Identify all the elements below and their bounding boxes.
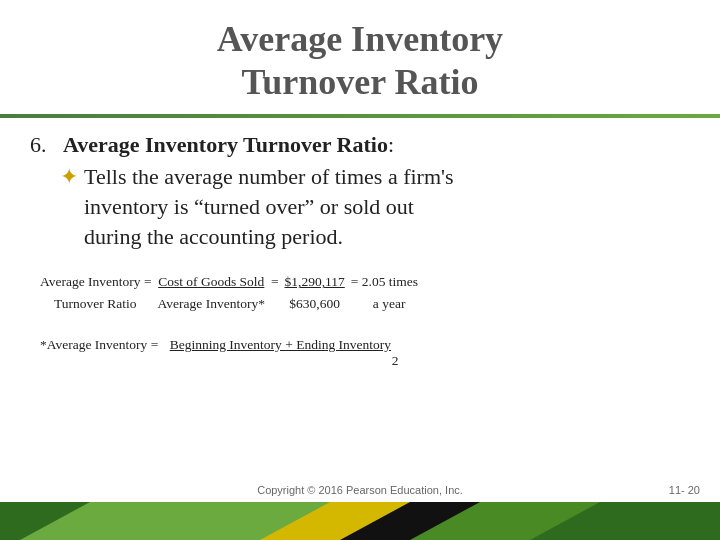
slide-number-text: 11- 20	[669, 484, 700, 496]
bullet-line1: Tells the average number of times a firm…	[84, 164, 454, 189]
formula-value-den: $630,600	[289, 293, 340, 315]
title-line1: Average Inventory	[217, 19, 503, 59]
avg-note-line1: *Average Inventory = Beginning Inventory…	[40, 337, 690, 353]
formula-area: Average Inventory = Turnover Ratio Cost …	[30, 271, 690, 314]
avg-note-denominator: 2	[392, 353, 399, 369]
bullet-line2: inventory is “turned over” or sold out	[84, 194, 414, 219]
bullet-line3: during the accounting period.	[84, 224, 343, 249]
bullet-text: Tells the average number of times a firm…	[84, 162, 454, 251]
formula-value-num: $1,290,117	[285, 271, 345, 293]
main-content: 6. Average Inventory Turnover Ratio: ✦ T…	[0, 118, 720, 368]
equals-sign-bottom	[273, 293, 276, 315]
formula-denominator: Average Inventory*	[158, 293, 265, 315]
bottom-decorative-bar	[0, 502, 720, 540]
section-heading-term: Average Inventory Turnover Ratio	[63, 132, 388, 157]
formula-fraction: Cost of Goods Sold Average Inventory*	[158, 271, 265, 314]
formula-label-line1: Average Inventory =	[40, 271, 152, 293]
bullet-diamond-icon: ✦	[60, 164, 78, 190]
bottom-bar-svg	[0, 502, 720, 540]
avg-note-line2: 2	[100, 353, 690, 369]
copyright-text: Copyright © 2016 Pearson Education, Inc.	[257, 484, 463, 496]
slide-title: Average Inventory Turnover Ratio	[40, 18, 680, 104]
avg-note-formula: Beginning Inventory + Ending Inventory	[170, 337, 391, 353]
formula-result-line1: = 2.05 times	[351, 271, 418, 293]
section-number: 6.	[30, 132, 47, 157]
avg-note-label: *Average Inventory =	[40, 337, 158, 353]
formula-values: $1,290,117 $630,600	[285, 271, 345, 314]
title-area: Average Inventory Turnover Ratio	[0, 0, 720, 104]
formula-numerator: Cost of Goods Sold	[158, 271, 264, 293]
formula-result-line2: a year	[351, 293, 406, 315]
title-line2: Turnover Ratio	[241, 62, 478, 102]
slide-number: 11- 20	[669, 484, 700, 496]
slide: Average Inventory Turnover Ratio 6. Aver…	[0, 0, 720, 540]
bullet-item: ✦ Tells the average number of times a fi…	[60, 162, 690, 251]
section-heading-suffix: :	[388, 132, 394, 157]
formula-equals: =	[271, 271, 279, 314]
copyright: Copyright © 2016 Pearson Education, Inc.	[257, 484, 463, 496]
equals-sign-top: =	[271, 271, 279, 293]
avg-inventory-note: *Average Inventory = Beginning Inventory…	[30, 337, 690, 369]
formula-result: = 2.05 times a year	[351, 271, 418, 314]
section-heading: 6. Average Inventory Turnover Ratio:	[30, 132, 690, 158]
formula-label-line2: Turnover Ratio	[40, 293, 136, 315]
formula-label: Average Inventory = Turnover Ratio	[40, 271, 152, 314]
